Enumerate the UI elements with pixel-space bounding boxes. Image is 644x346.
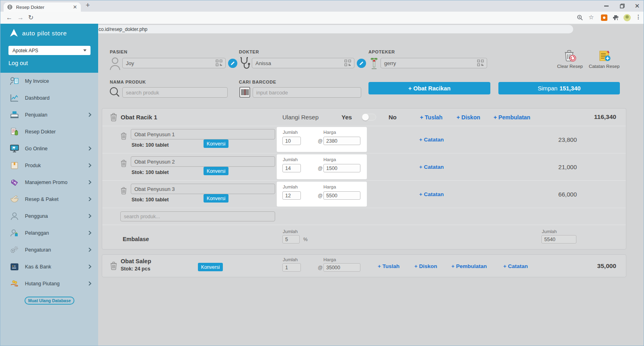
extensions-puzzle-icon[interactable] (613, 14, 619, 23)
konversi-button[interactable]: Konversi (204, 139, 228, 148)
salep-card: Obat Salep Stok: 24 pcs Konversi Jumlah … (102, 254, 626, 277)
qr-scan-icon[interactable] (477, 59, 484, 68)
sidebar-item-manajemen-promo[interactable]: Manajemen Promo (0, 176, 98, 188)
reload-database-button[interactable]: Muat Ulang Database (25, 297, 74, 305)
hand-coins-icon (9, 278, 20, 289)
pembulatan-link[interactable]: + Pembulatan (494, 114, 530, 121)
close-window-button[interactable]: ✕ (630, 0, 644, 11)
browser-tab[interactable]: Resep Dokter ✕ (4, 2, 81, 12)
obat-racikan-button[interactable]: + Obat Racikan (368, 82, 490, 94)
tab-close-icon[interactable]: ✕ (73, 4, 77, 10)
apoteker-input[interactable] (381, 58, 487, 68)
ingredient-row: Stok: 100 tablet Konversi Jumlah Harga @… (102, 153, 627, 180)
chevron-right-icon (88, 111, 91, 119)
sidebar-item-hutang-piutang[interactable]: Hutang Piutang (0, 278, 98, 290)
qr-scan-icon[interactable] (216, 59, 222, 68)
simpan-button[interactable]: Simpan 151,340 (498, 82, 620, 94)
sidebar-item-dashboard[interactable]: Dashboard (0, 92, 98, 104)
sidebar-item-kas-bank[interactable]: Kas & Bank (0, 261, 98, 273)
barcode-icon (239, 87, 250, 99)
tuslah-link[interactable]: + Tuslah (378, 263, 399, 269)
add-ingredient-search-input[interactable] (120, 211, 275, 221)
sidebar-header: auto pilot store Apotek APS Log out (0, 24, 98, 73)
sidebar-item-resep-paket[interactable]: Resep & Paket (0, 193, 98, 205)
pembulatan-link[interactable]: + Pembulatan (451, 263, 487, 269)
delete-racik-button[interactable] (110, 113, 117, 123)
sidebar-item-penjualan[interactable]: Penjualan (0, 109, 98, 121)
catatan-resep-button[interactable]: Catatan Resep (586, 49, 622, 69)
sidebar-item-my-invoice[interactable]: My Invoice (0, 75, 98, 87)
invoice-icon (9, 76, 20, 86)
konversi-button[interactable]: Konversi (204, 194, 228, 203)
pasien-label: PASIEN (110, 49, 128, 54)
delete-ingredient-button[interactable] (121, 160, 127, 169)
jumlah-input[interactable] (282, 191, 301, 200)
konversi-button[interactable]: Konversi (204, 167, 228, 175)
clear-resep-button[interactable]: Clear Resep (552, 49, 588, 69)
sidebar-item-pelanggan[interactable]: Pelanggan (0, 227, 98, 239)
sidebar-item-pengguna[interactable]: Pengguna (0, 210, 98, 222)
delete-ingredient-button[interactable] (121, 187, 127, 196)
new-tab-button[interactable]: + (86, 1, 90, 10)
stethoscope-icon (239, 57, 251, 72)
embalase-percent-input[interactable] (282, 235, 300, 244)
catatan-link[interactable]: + Catatan (503, 263, 528, 269)
zoom-icon[interactable] (577, 14, 583, 23)
forward-button[interactable]: → (17, 12, 24, 24)
sidebar-item-resep-dokter[interactable]: Resep Dokter (0, 126, 98, 138)
at-sign: @ (318, 138, 323, 144)
extension-store-icon[interactable] (601, 14, 607, 21)
harga-input[interactable] (323, 263, 360, 272)
sidebar-item-label: Pengguna (25, 213, 48, 219)
diskon-link[interactable]: + Diskon (457, 114, 480, 121)
pasien-input[interactable] (122, 58, 226, 68)
diskon-link[interactable]: + Diskon (414, 263, 437, 269)
sidebar-item-go-online[interactable]: Go Online (0, 143, 98, 155)
ulangi-resep-toggle[interactable] (362, 114, 376, 121)
profile-avatar[interactable] (623, 14, 631, 21)
maximize-button[interactable] (615, 0, 630, 11)
product-search-input[interactable] (122, 87, 228, 98)
harga-label: Harga (323, 130, 336, 135)
ingredient-row: Stok: 100 tablet Konversi Jumlah Harga @… (102, 126, 627, 153)
qr-scan-icon[interactable] (344, 59, 351, 68)
edit-dokter-button[interactable] (357, 59, 366, 68)
embalase-amount-input[interactable] (541, 235, 576, 244)
box-icon (9, 160, 20, 171)
catatan-link[interactable]: + Catatan (419, 137, 444, 143)
ingredient-name-input[interactable] (131, 156, 275, 167)
jumlah-input[interactable] (282, 137, 301, 145)
bookmark-star-icon[interactable]: ☆ (588, 14, 594, 21)
ingredient-name-input[interactable] (131, 184, 275, 194)
ingredient-name-input[interactable] (131, 129, 275, 139)
back-button[interactable]: ← (6, 12, 12, 24)
konversi-button[interactable]: Konversi (198, 263, 223, 271)
reload-button[interactable]: ↻ (28, 12, 33, 24)
delete-salep-button[interactable] (110, 262, 117, 272)
minimize-button[interactable] (599, 0, 613, 11)
sidebar-item-label: Pengaturan (25, 247, 51, 253)
jumlah-input[interactable] (282, 263, 301, 272)
catatan-link[interactable]: + Catatan (419, 191, 444, 197)
jumlah-label: Jumlah (283, 157, 298, 162)
harga-input[interactable] (323, 137, 360, 145)
store-selector[interactable]: Apotek APS (8, 46, 91, 55)
chevron-right-icon (88, 246, 91, 254)
prescription-icon (9, 127, 20, 137)
harga-input[interactable] (323, 164, 360, 172)
sidebar-item-pengaturan[interactable]: Pengaturan (0, 244, 98, 256)
percent-sign: % (303, 237, 308, 242)
tuslah-link[interactable]: + Tuslah (420, 114, 442, 121)
logout-link[interactable]: Log out (8, 60, 28, 66)
jumlah-input[interactable] (282, 164, 301, 172)
sidebar-item-produk[interactable]: Produk (0, 160, 98, 172)
cari-barcode-label: CARI BARCODE (239, 80, 276, 84)
menu-kebab-icon[interactable]: ⋮ (636, 14, 641, 20)
edit-pasien-button[interactable] (228, 59, 237, 68)
catatan-resep-label: Catatan Resep (586, 64, 622, 69)
harga-input[interactable] (323, 191, 360, 200)
catatan-link[interactable]: + Catatan (419, 164, 444, 170)
dokter-input[interactable] (252, 58, 354, 68)
delete-ingredient-button[interactable] (121, 132, 127, 141)
barcode-input[interactable] (253, 87, 361, 98)
